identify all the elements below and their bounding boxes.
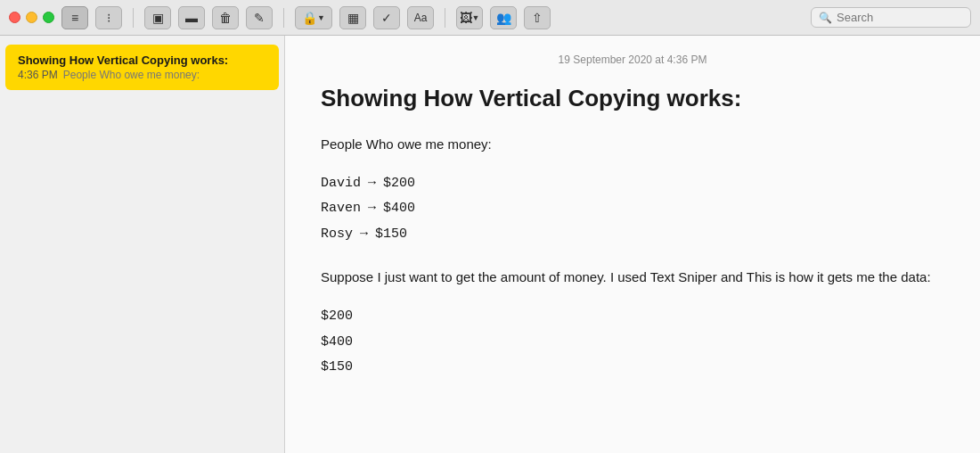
list-item: Rosy → $150: [321, 222, 944, 248]
note-intro: People Who owe me money:: [321, 134, 944, 155]
gallery-icon: ▬: [185, 11, 198, 25]
collaborate-icon: 👥: [496, 11, 511, 25]
checklist-button[interactable]: ✓: [373, 6, 400, 29]
close-button[interactable]: [9, 12, 20, 23]
debtor-amount-3: $150: [375, 222, 407, 248]
collaborate-button[interactable]: 👥: [490, 6, 517, 29]
debtor-name-3: Rosy: [321, 222, 353, 248]
note-item-preview: People Who owe me money:: [63, 69, 200, 81]
note-item-title: Showing How Vertical Copying works:: [18, 54, 266, 67]
divider-3: [445, 8, 445, 28]
amount-item-2: $400: [321, 330, 944, 356]
note-content-area: 19 September 2020 at 4:36 PM Showing How…: [285, 36, 980, 453]
debtor-arrow-3: →: [360, 222, 368, 248]
photo-chevron-icon: ▼: [472, 13, 480, 22]
list-icon: ≡: [71, 11, 78, 25]
photo-button[interactable]: 🖼 ▼: [456, 6, 483, 29]
gallery-button[interactable]: ▬: [178, 6, 205, 29]
titlebar: ≡ ⁝ ▣ ▬ 🗑 ✎ 🔒 ▼ ▦ ✓ Aa 🖼 ▼ 👥 ⇧ 🔍: [0, 0, 980, 36]
search-box[interactable]: 🔍: [811, 7, 971, 28]
debtor-arrow-2: →: [368, 196, 376, 222]
list-item: David → $200: [321, 171, 944, 197]
note-date: 19 September 2020 at 4:36 PM: [559, 54, 707, 66]
pencil-icon: ✎: [254, 11, 265, 25]
list-item: Raven → $400: [321, 196, 944, 222]
note-item-time: 4:36 PM: [18, 69, 58, 81]
trash-icon: 🗑: [219, 11, 232, 25]
grid-icon: ⁝: [107, 11, 110, 25]
debtor-name-2: Raven: [321, 196, 361, 222]
main-area: Showing How Vertical Copying works: 4:36…: [0, 36, 980, 453]
debtor-amount-1: $200: [383, 171, 415, 197]
font-button[interactable]: Aa: [407, 6, 434, 29]
photo-icon: 🖼: [460, 11, 472, 25]
amount-item-3: $150: [321, 355, 944, 381]
lock-button[interactable]: 🔒 ▼: [295, 6, 332, 29]
table-button[interactable]: ▦: [339, 6, 366, 29]
share-button[interactable]: ⇧: [524, 6, 551, 29]
search-input[interactable]: [837, 11, 961, 24]
note-body-text: Suppose I just want to get the amount of…: [321, 267, 944, 288]
debtor-amount-2: $400: [383, 196, 415, 222]
list-view-button[interactable]: ≡: [61, 6, 88, 29]
minimize-button[interactable]: [26, 12, 37, 23]
check-icon: ✓: [381, 11, 392, 25]
debtor-name-1: David: [321, 171, 361, 197]
note-item-meta: 4:36 PM People Who owe me money:: [18, 69, 266, 81]
lock-chevron-icon: ▼: [317, 13, 325, 22]
sidebar-icon: ▣: [152, 11, 164, 25]
note-item[interactable]: Showing How Vertical Copying works: 4:36…: [5, 45, 279, 90]
sidebar-toggle-button[interactable]: ▣: [144, 6, 171, 29]
grid-view-button[interactable]: ⁝: [95, 6, 122, 29]
debtor-list: David → $200 Raven → $400 Rosy → $150: [321, 171, 944, 248]
window-controls: [9, 12, 54, 23]
share-icon: ⇧: [532, 11, 543, 25]
compose-button[interactable]: ✎: [246, 6, 273, 29]
divider-2: [283, 8, 284, 28]
table-icon: ▦: [347, 11, 359, 25]
note-body: Showing How Vertical Copying works: Peop…: [321, 84, 944, 381]
font-icon: Aa: [414, 12, 428, 24]
sidebar: Showing How Vertical Copying works: 4:36…: [0, 36, 285, 453]
lock-icon: 🔒: [302, 11, 317, 25]
maximize-button[interactable]: [43, 12, 54, 23]
divider-1: [133, 8, 134, 28]
search-icon: 🔍: [819, 12, 832, 24]
amount-item-1: $200: [321, 304, 944, 330]
delete-button[interactable]: 🗑: [212, 6, 239, 29]
debtor-arrow-1: →: [368, 171, 376, 197]
note-title: Showing How Vertical Copying works:: [321, 84, 944, 114]
amount-list: $200 $400 $150: [321, 304, 944, 381]
